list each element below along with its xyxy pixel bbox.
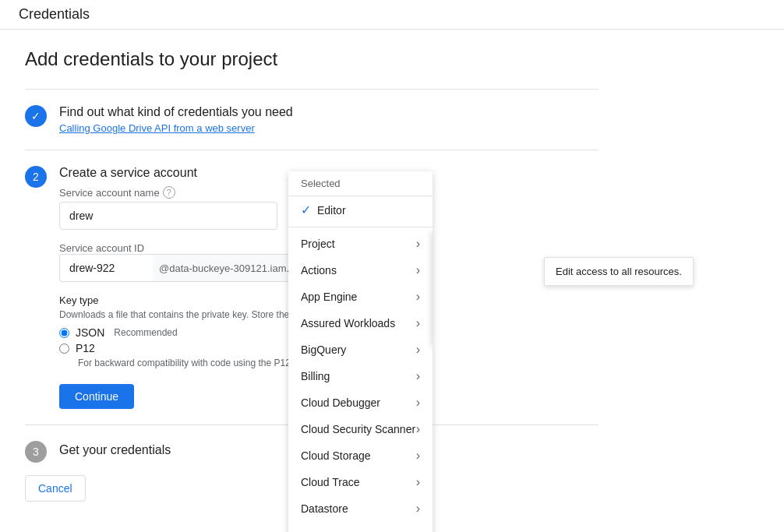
step3-number: 3 bbox=[33, 446, 39, 458]
chevron-right-icon-bq: › bbox=[416, 343, 420, 357]
tooltip-text: Edit access to all resources. bbox=[556, 266, 682, 277]
category-bigquery[interactable]: BigQuery › bbox=[288, 336, 433, 363]
step1-content: Find out what kind of credentials you ne… bbox=[59, 105, 599, 134]
dropdown-header: Selected bbox=[288, 171, 433, 196]
category-actions[interactable]: Actions › bbox=[288, 257, 433, 284]
chevron-right-icon-ct: › bbox=[416, 475, 420, 489]
check-icon: ✓ bbox=[301, 203, 311, 217]
chevron-right-icon-cs: › bbox=[416, 449, 420, 463]
category-cloud-debugger[interactable]: Cloud Debugger › bbox=[288, 389, 433, 416]
category-cloud-security-scanner[interactable]: Cloud Security Scanner › bbox=[288, 416, 433, 442]
step3-title: Get your credentials bbox=[59, 443, 171, 457]
project-category-wrapper: Project › Owner Editor ☑ Viewer Browser bbox=[288, 231, 433, 257]
step1-title: Find out what kind of credentials you ne… bbox=[59, 105, 599, 119]
category-cloud-trace[interactable]: Cloud Trace › bbox=[288, 469, 433, 495]
json-label: JSON bbox=[76, 326, 104, 339]
editor-tooltip: Edit access to all resources. bbox=[544, 257, 694, 286]
dropdown-selected-item[interactable]: ✓ Editor bbox=[288, 196, 433, 224]
category-billing[interactable]: Billing › bbox=[288, 363, 433, 389]
category-project-label: Project bbox=[301, 238, 335, 250]
json-radio[interactable] bbox=[59, 328, 69, 338]
role-dropdown-menu: Selected ✓ Editor Project › Owner Editor… bbox=[288, 171, 433, 520]
category-project[interactable]: Project › bbox=[288, 231, 433, 257]
chevron-right-icon-aw: › bbox=[416, 316, 420, 330]
category-bigquery-label: BigQuery bbox=[301, 344, 346, 356]
category-datastore-label: Datastore bbox=[301, 502, 348, 515]
step2-circle: 2 bbox=[25, 166, 47, 188]
step1-subtitle[interactable]: Calling Google Drive API from a web serv… bbox=[59, 122, 599, 134]
category-cloud-trace-label: Cloud Trace bbox=[301, 476, 359, 488]
divider bbox=[25, 89, 599, 90]
category-cloud-storage[interactable]: Cloud Storage › bbox=[288, 442, 433, 469]
json-recommended: Recommended bbox=[114, 327, 177, 338]
continue-button[interactable]: Continue bbox=[59, 384, 134, 409]
category-cloud-storage-label: Cloud Storage bbox=[301, 449, 371, 462]
breadcrumb-title: Credentials bbox=[19, 6, 90, 22]
step1-row: ✓ Find out what kind of credentials you … bbox=[25, 105, 599, 134]
category-actions-label: Actions bbox=[301, 264, 337, 277]
service-id-suffix: @data-buckeye-309121.iam.gs bbox=[153, 254, 307, 282]
chevron-right-icon-actions: › bbox=[416, 263, 420, 277]
service-name-group: Service account name ? bbox=[59, 186, 277, 230]
service-name-help-icon[interactable]: ? bbox=[163, 186, 175, 199]
chevron-right-icon-appengine: › bbox=[416, 290, 420, 304]
category-assured-workloads[interactable]: Assured Workloads › bbox=[288, 310, 433, 336]
dropdown-scrollable[interactable]: Project › Owner Editor ☑ Viewer Browser bbox=[288, 231, 433, 520]
category-app-engine[interactable]: App Engine › bbox=[288, 284, 433, 310]
chevron-right-icon-billing: › bbox=[416, 369, 420, 383]
dropdown-selected-label: Editor bbox=[317, 204, 346, 217]
p12-label: P12 bbox=[76, 342, 95, 354]
step1-circle: ✓ bbox=[25, 105, 47, 127]
step3-circle: 3 bbox=[25, 441, 47, 463]
category-app-engine-label: App Engine bbox=[301, 291, 357, 303]
step2-number: 2 bbox=[33, 171, 39, 183]
dropdown-divider bbox=[288, 227, 433, 227]
divider2 bbox=[25, 150, 599, 150]
category-billing-label: Billing bbox=[301, 370, 330, 382]
chevron-right-icon-css: › bbox=[416, 422, 420, 436]
chevron-right-icon-cd: › bbox=[416, 396, 420, 410]
category-cloud-debugger-label: Cloud Debugger bbox=[301, 396, 380, 409]
step1-check-icon: ✓ bbox=[31, 110, 41, 122]
chevron-right-icon: › bbox=[416, 237, 420, 251]
service-name-label: Service account name ? bbox=[59, 186, 277, 199]
category-datastore[interactable]: Datastore › bbox=[288, 495, 433, 520]
category-cloud-security-scanner-label: Cloud Security Scanner bbox=[301, 423, 415, 435]
p12-radio[interactable] bbox=[59, 344, 69, 354]
chevron-right-icon-ds: › bbox=[416, 502, 420, 516]
service-id-input[interactable] bbox=[59, 254, 153, 282]
cancel-button[interactable]: Cancel bbox=[25, 475, 86, 502]
top-bar: Credentials bbox=[0, 0, 784, 30]
category-assured-workloads-label: Assured Workloads bbox=[301, 317, 395, 329]
service-name-input[interactable] bbox=[59, 202, 277, 230]
page-title: Add credentials to your project bbox=[25, 48, 599, 70]
